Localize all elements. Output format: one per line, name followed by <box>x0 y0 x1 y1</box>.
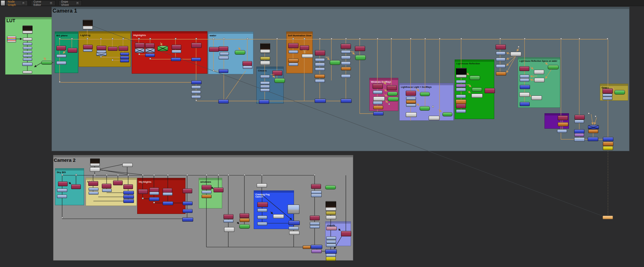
dot-node[interactable] <box>167 174 169 176</box>
node-merge[interactable] <box>603 137 613 141</box>
node-read[interactable] <box>326 201 336 211</box>
node-bread[interactable] <box>456 68 467 78</box>
node-merge[interactable] <box>123 195 134 199</box>
node-crim[interactable] <box>213 188 223 192</box>
node-orange[interactable] <box>303 245 311 249</box>
dot-node[interactable] <box>607 38 608 40</box>
node-white[interactable] <box>260 61 270 65</box>
node-merge[interactable] <box>183 209 193 213</box>
dot-node[interactable] <box>213 38 214 40</box>
node-white[interactable] <box>429 116 440 120</box>
node-merge[interactable] <box>325 249 337 254</box>
dot-node[interactable] <box>206 174 207 176</box>
dot-node[interactable] <box>460 38 462 40</box>
node-lblue[interactable] <box>22 62 33 66</box>
node-lblue[interactable] <box>289 50 298 53</box>
node-crim[interactable] <box>108 47 118 51</box>
node-crim[interactable] <box>341 231 351 236</box>
node-green[interactable] <box>325 185 336 189</box>
dot-node[interactable] <box>424 38 426 40</box>
node-lblue[interactable] <box>557 129 567 133</box>
dot-node[interactable] <box>149 58 151 60</box>
node-lblue[interactable] <box>89 191 99 195</box>
node-lbluex[interactable] <box>135 48 145 53</box>
dot-node[interactable] <box>391 38 392 40</box>
node-merge[interactable] <box>218 99 229 104</box>
node-white[interactable] <box>257 183 267 188</box>
node-crim[interactable] <box>406 91 416 96</box>
node-green[interactable] <box>472 87 482 92</box>
dot-node[interactable] <box>138 53 140 55</box>
dot-node[interactable] <box>149 38 151 40</box>
dot-node[interactable] <box>153 174 155 176</box>
node-lblue[interactable] <box>373 90 383 94</box>
node-lblue[interactable] <box>315 58 325 61</box>
node-white[interactable] <box>406 112 417 117</box>
node-lblue[interactable] <box>223 219 233 223</box>
node-green[interactable] <box>235 50 245 55</box>
node-crim[interactable] <box>223 214 233 219</box>
node-green[interactable] <box>420 106 430 111</box>
node-crim[interactable] <box>288 43 298 48</box>
node-pink[interactable] <box>326 226 337 230</box>
node-crim[interactable] <box>172 45 181 50</box>
node-crim[interactable] <box>496 44 506 50</box>
node-lblue[interactable] <box>496 64 506 68</box>
node-lblue[interactable] <box>243 66 252 69</box>
node-read[interactable] <box>23 25 33 34</box>
node-khaki[interactable] <box>326 211 336 215</box>
node-merge[interactable] <box>219 69 228 73</box>
node-yellow[interactable] <box>603 146 613 150</box>
node-crim[interactable] <box>315 50 325 56</box>
node-lblue[interactable] <box>520 78 529 82</box>
node-lblue[interactable] <box>57 195 67 198</box>
node-green[interactable] <box>614 90 625 95</box>
node-lblue[interactable] <box>260 88 270 92</box>
node-crim[interactable] <box>71 184 81 189</box>
node-white[interactable] <box>326 216 336 219</box>
node-white[interactable] <box>302 54 313 58</box>
tab-close-icon[interactable]: ✕ <box>49 1 53 5</box>
node-lblue[interactable] <box>602 97 612 100</box>
dot-node[interactable] <box>319 38 321 40</box>
node-lbluex[interactable] <box>145 48 155 53</box>
node-crim[interactable] <box>456 104 466 108</box>
node-crim[interactable] <box>102 184 111 189</box>
tab-node-graph[interactable]: Node Graph✕ <box>5 0 28 5</box>
node-lblue[interactable] <box>315 68 325 71</box>
node-bars[interactable] <box>7 36 16 42</box>
node-lblue[interactable] <box>315 79 325 83</box>
tab-dope-sheet[interactable]: Dope Sheet✕ <box>59 0 82 5</box>
node-white[interactable] <box>289 231 299 235</box>
dot-node[interactable] <box>175 38 176 40</box>
node-crim[interactable] <box>355 46 365 51</box>
node-lblue[interactable] <box>311 194 322 197</box>
node-lblue[interactable] <box>257 208 267 212</box>
node-crim[interactable] <box>373 84 383 89</box>
node-lblue[interactable] <box>260 75 270 78</box>
node-crim[interactable] <box>519 66 529 71</box>
node-lblue[interactable] <box>257 222 267 226</box>
node-orange[interactable] <box>496 72 506 76</box>
dot-node[interactable] <box>71 38 73 40</box>
dot-node[interactable] <box>59 81 61 83</box>
node-merge[interactable] <box>123 199 134 203</box>
node-white[interactable] <box>90 167 100 172</box>
node-lblue[interactable] <box>574 137 585 142</box>
dot-node[interactable] <box>122 38 124 40</box>
dot-node[interactable] <box>377 38 378 40</box>
backdrop-highlights-cam2[interactable]: Highlights <box>137 178 185 214</box>
dot-node[interactable] <box>128 174 129 176</box>
node-merge[interactable] <box>120 56 129 59</box>
node-white[interactable] <box>471 94 483 98</box>
node-lblue[interactable] <box>191 90 201 94</box>
node-white[interactable] <box>534 70 544 74</box>
node-merge[interactable] <box>311 245 322 249</box>
node-green[interactable] <box>41 61 52 65</box>
node-merge[interactable] <box>171 58 181 61</box>
node-merge[interactable] <box>149 197 159 201</box>
node-lblue[interactable] <box>23 58 32 61</box>
node-mergex[interactable] <box>588 125 599 129</box>
dot-node[interactable] <box>195 100 197 101</box>
dot-node[interactable] <box>261 174 263 176</box>
